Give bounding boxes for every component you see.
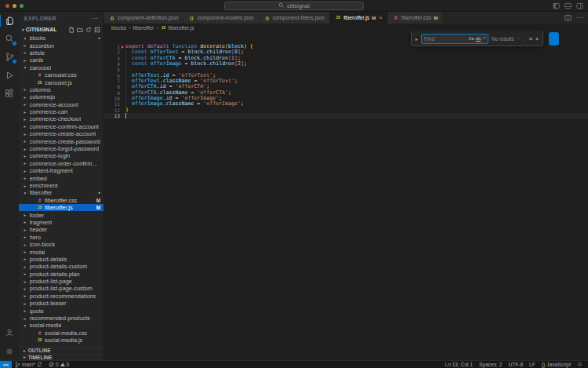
tab[interactable]: {}component-definition.json (104, 12, 183, 24)
breadcrumb-item[interactable]: fiberoffer (133, 25, 154, 31)
window-controls[interactable] (5, 4, 24, 8)
tree-item[interactable]: ▸product-details-custom (19, 263, 103, 270)
find-input[interactable]: Find Aa ab .* (421, 34, 488, 44)
explorer-icon[interactable] (0, 12, 19, 30)
tree-item[interactable]: ▸header (19, 226, 103, 233)
find-in-selection-icon[interactable]: ≡ (529, 36, 532, 42)
regex-icon[interactable]: .* (482, 36, 485, 41)
tree-item[interactable]: ▸product-recommendations (19, 293, 103, 300)
maximize-window-icon[interactable] (20, 4, 24, 8)
cursor-position-item[interactable]: Ln 13, Col 1 (442, 362, 477, 367)
new-file-icon[interactable] (68, 27, 74, 33)
encoding-item[interactable]: UTF-8 (505, 362, 526, 367)
tree-item[interactable]: JSsocial-media.js (19, 337, 103, 344)
run-debug-icon[interactable] (0, 66, 19, 84)
git-branch-item[interactable]: main* (12, 362, 45, 368)
sidebar-section-outline[interactable]: ▸OUTLINE (19, 347, 103, 354)
tree-item[interactable]: ▸footer (19, 211, 103, 218)
match-case-icon[interactable]: Aa (469, 36, 474, 41)
tab[interactable]: {}component-models.json (183, 12, 259, 24)
tree-item[interactable]: ▸hero (19, 234, 103, 241)
search-icon[interactable] (0, 30, 19, 48)
indentation-item[interactable]: Spaces: 2 (476, 362, 505, 367)
eol-item[interactable]: LF (526, 362, 539, 367)
tree-item[interactable]: ▸recommended-products (19, 315, 103, 322)
toggle-sidebar-icon[interactable] (553, 2, 560, 9)
collapse-all-icon[interactable] (94, 27, 100, 33)
code-line[interactable]: 4 const offerImage = block.children[2]; (104, 61, 588, 67)
tree-item[interactable]: ▸commerce-order-confirmation (19, 160, 103, 167)
more-actions-icon[interactable]: ⋯ (576, 14, 583, 21)
code-editor[interactable]: 1export default function decorate(block)… (104, 31, 588, 360)
code-line[interactable]: 13 (104, 113, 588, 118)
tree-item[interactable]: ▸fragment (19, 219, 103, 226)
close-window-icon[interactable] (5, 4, 9, 8)
extensions-icon[interactable] (0, 84, 19, 102)
sidebar-section-timeline[interactable]: ▸TIMELINE (19, 354, 103, 361)
accounts-icon[interactable] (0, 324, 19, 342)
tree-item[interactable]: ▸commerce-create-account (19, 130, 103, 137)
tree-item[interactable]: ▸modal (19, 248, 103, 255)
tree-item[interactable]: ▸article (19, 49, 103, 56)
tree-item[interactable]: ▸icon-block (19, 241, 103, 248)
remote-indicator[interactable]: >< (0, 361, 12, 368)
close-find-icon[interactable]: × (535, 36, 539, 42)
new-folder-icon[interactable] (77, 27, 83, 33)
tab[interactable]: #fiberoffer.cssM (388, 12, 444, 24)
tree-item[interactable]: ▸cards (19, 56, 103, 64)
command-center[interactable]: citisignal (224, 2, 364, 10)
tree-item[interactable]: ▸commerce-create-password (19, 137, 103, 144)
tab[interactable]: JSfiberoffer.jsM× (330, 12, 388, 24)
tree-item[interactable]: ▸commerce-account (19, 101, 103, 108)
toggle-replace-chevron-icon[interactable]: ▸ (416, 36, 418, 42)
refresh-icon[interactable] (85, 27, 92, 33)
tree-item[interactable]: ▸product-list-page-custom (19, 285, 103, 292)
find-previous-icon[interactable]: ↑ (517, 36, 521, 42)
workspace-row[interactable]: ▾ CITISIGNAL (19, 24, 103, 35)
tree-item[interactable]: ▸product-list-page (19, 278, 103, 285)
explorer-more-actions-icon[interactable]: ⋯ (92, 15, 99, 22)
tree-item[interactable]: ▸product-details-plan (19, 271, 103, 278)
tree-item[interactable]: #carousel.css (19, 71, 103, 78)
whole-word-icon[interactable]: ab (476, 36, 481, 41)
code-line[interactable]: 11 offerImage.className = 'offerImage'; (104, 101, 588, 107)
find-next-icon[interactable]: ↓ (523, 36, 526, 42)
tree-item[interactable]: ▾social-media (19, 322, 103, 329)
tree-item[interactable]: ▸commerce-confirm-account (19, 123, 103, 130)
tree-item[interactable]: JScarousel.js (19, 78, 103, 86)
language-mode-item[interactable]: {} JavaScript (539, 362, 574, 367)
tree-item[interactable]: ▸commerce-checkout (19, 115, 103, 122)
tree-item[interactable]: ▸embed (19, 174, 103, 181)
tree-item[interactable]: ▸product-teaser (19, 300, 103, 307)
notifications-item[interactable] (574, 362, 586, 367)
tree-item[interactable]: ▸quote (19, 307, 103, 314)
tree-item-label: commerce-confirm-account (30, 123, 99, 130)
breadcrumb-item[interactable]: blocks (111, 25, 126, 31)
tree-item[interactable]: ▸commerce-cart (19, 108, 103, 115)
toggle-secondary-sidebar-icon[interactable] (576, 2, 583, 9)
split-editor-icon[interactable] (564, 14, 572, 21)
close-tab-icon[interactable]: × (379, 14, 382, 21)
tree-item[interactable]: JSfiberoffer.jsM (19, 204, 103, 211)
tree-item[interactable]: #fiberoffer.cssM (19, 197, 103, 204)
problems-item[interactable]: 0 0 (45, 362, 72, 367)
tree-item[interactable]: ▸enrichment (19, 182, 103, 189)
tree-item[interactable]: ▸commerce-login (19, 152, 103, 159)
tree-item[interactable]: ▾blocks● (19, 35, 103, 42)
settings-gear-icon[interactable] (0, 342, 19, 360)
tree-item[interactable]: ▸accordion (19, 42, 103, 49)
tree-item[interactable]: ▾fiberoffer● (19, 189, 103, 196)
tree-item[interactable]: ▸commerce-forgot-password (19, 145, 103, 152)
toggle-panel-icon[interactable] (564, 2, 572, 9)
source-control-icon[interactable] (0, 48, 19, 66)
tree-item[interactable]: ▾carousel (19, 64, 103, 71)
tree-item[interactable]: ▸product-details (19, 256, 103, 263)
tab[interactable]: {}component-filters.json (260, 12, 331, 24)
tree-item[interactable]: ▸columnsjo (19, 93, 103, 100)
breadcrumb-item[interactable]: JSfiberoffer.js (161, 25, 194, 31)
code-line[interactable]: 12} (104, 107, 588, 113)
tree-item[interactable]: ▸content-fragment (19, 167, 103, 174)
minimize-window-icon[interactable] (13, 4, 16, 8)
tree-item[interactable]: #social-media.css (19, 330, 103, 337)
tree-item[interactable]: ▸columns (19, 86, 103, 93)
